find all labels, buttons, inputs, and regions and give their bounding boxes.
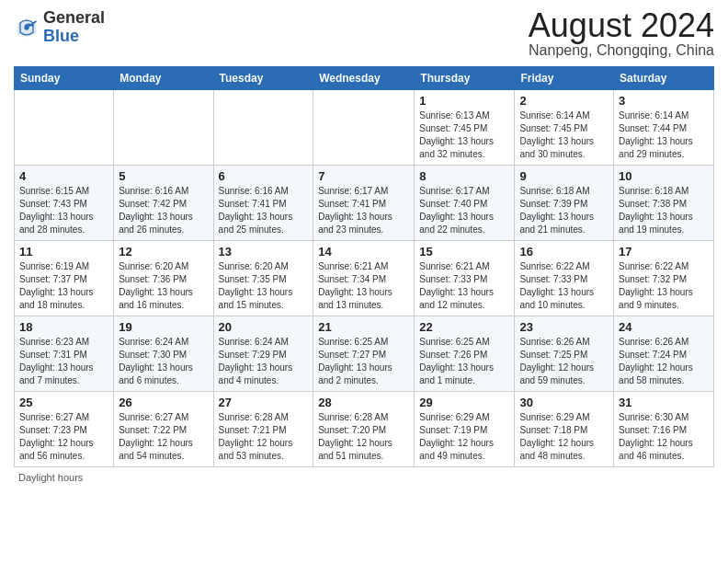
day-info: Sunrise: 6:19 AM Sunset: 7:37 PM Dayligh…	[19, 260, 108, 312]
day-info: Sunrise: 6:28 AM Sunset: 7:20 PM Dayligh…	[318, 411, 409, 463]
calendar-cell: 9Sunrise: 6:18 AM Sunset: 7:39 PM Daylig…	[515, 166, 614, 241]
day-number: 28	[318, 396, 409, 409]
col-friday: Friday	[515, 67, 614, 90]
calendar-cell: 20Sunrise: 6:24 AM Sunset: 7:29 PM Dayli…	[213, 316, 313, 392]
day-number: 20	[219, 320, 309, 334]
col-thursday: Thursday	[415, 67, 515, 90]
calendar-cell: 27Sunrise: 6:28 AM Sunset: 7:21 PM Dayli…	[213, 392, 313, 467]
calendar-cell: 13Sunrise: 6:20 AM Sunset: 7:35 PM Dayli…	[213, 241, 313, 316]
day-info: Sunrise: 6:29 AM Sunset: 7:18 PM Dayligh…	[519, 411, 609, 463]
day-info: Sunrise: 6:18 AM Sunset: 7:38 PM Dayligh…	[619, 185, 709, 236]
day-info: Sunrise: 6:21 AM Sunset: 7:33 PM Dayligh…	[419, 260, 509, 312]
col-sunday: Sunday	[15, 67, 114, 90]
calendar-cell: 18Sunrise: 6:23 AM Sunset: 7:31 PM Dayli…	[15, 316, 114, 392]
calendar-cell: 19Sunrise: 6:24 AM Sunset: 7:30 PM Dayli…	[114, 316, 213, 392]
calendar-cell	[313, 90, 415, 166]
day-number: 1	[419, 94, 509, 108]
logo-general: General	[43, 8, 105, 27]
calendar-cell: 14Sunrise: 6:21 AM Sunset: 7:34 PM Dayli…	[313, 241, 415, 316]
footer: Daylight hours	[14, 472, 714, 483]
day-info: Sunrise: 6:26 AM Sunset: 7:25 PM Dayligh…	[519, 336, 609, 387]
day-number: 25	[19, 396, 108, 409]
calendar-table: Sunday Monday Tuesday Wednesday Thursday…	[14, 66, 714, 467]
day-number: 7	[318, 169, 409, 183]
calendar-cell: 23Sunrise: 6:26 AM Sunset: 7:25 PM Dayli…	[515, 316, 614, 392]
day-number: 23	[519, 320, 609, 334]
day-info: Sunrise: 6:22 AM Sunset: 7:32 PM Dayligh…	[619, 260, 709, 312]
day-number: 17	[619, 245, 709, 259]
day-info: Sunrise: 6:14 AM Sunset: 7:44 PM Dayligh…	[619, 109, 709, 161]
calendar-cell: 12Sunrise: 6:20 AM Sunset: 7:36 PM Dayli…	[114, 241, 213, 316]
day-info: Sunrise: 6:17 AM Sunset: 7:40 PM Dayligh…	[419, 185, 509, 236]
month-title: August 2024	[529, 9, 714, 42]
calendar-cell: 6Sunrise: 6:16 AM Sunset: 7:41 PM Daylig…	[213, 166, 313, 241]
calendar-cell: 2Sunrise: 6:14 AM Sunset: 7:45 PM Daylig…	[515, 90, 614, 166]
calendar-cell: 25Sunrise: 6:27 AM Sunset: 7:23 PM Dayli…	[15, 392, 114, 467]
day-number: 27	[219, 396, 309, 409]
calendar-cell: 24Sunrise: 6:26 AM Sunset: 7:24 PM Dayli…	[614, 316, 714, 392]
logo-text: General Blue	[43, 9, 105, 46]
generalblue-icon	[14, 15, 40, 40]
calendar-cell: 22Sunrise: 6:25 AM Sunset: 7:26 PM Dayli…	[415, 316, 515, 392]
calendar-cell: 21Sunrise: 6:25 AM Sunset: 7:27 PM Dayli…	[313, 316, 415, 392]
day-number: 9	[519, 169, 609, 183]
day-info: Sunrise: 6:18 AM Sunset: 7:39 PM Dayligh…	[519, 185, 609, 236]
day-number: 16	[519, 245, 609, 259]
calendar-cell: 10Sunrise: 6:18 AM Sunset: 7:38 PM Dayli…	[614, 166, 714, 241]
calendar-cell: 3Sunrise: 6:14 AM Sunset: 7:44 PM Daylig…	[614, 90, 714, 166]
day-info: Sunrise: 6:17 AM Sunset: 7:41 PM Dayligh…	[318, 185, 409, 236]
calendar-cell: 4Sunrise: 6:15 AM Sunset: 7:43 PM Daylig…	[15, 166, 114, 241]
header-row: Sunday Monday Tuesday Wednesday Thursday…	[15, 67, 714, 90]
week-row-4: 18Sunrise: 6:23 AM Sunset: 7:31 PM Dayli…	[15, 316, 714, 392]
main-container: General Blue August 2024 Nanpeng, Chongq…	[0, 0, 728, 488]
col-monday: Monday	[114, 67, 213, 90]
day-number: 29	[419, 396, 509, 409]
day-info: Sunrise: 6:22 AM Sunset: 7:33 PM Dayligh…	[519, 260, 609, 312]
week-row-1: 1Sunrise: 6:13 AM Sunset: 7:45 PM Daylig…	[15, 90, 714, 166]
calendar-cell: 15Sunrise: 6:21 AM Sunset: 7:33 PM Dayli…	[415, 241, 515, 316]
day-number: 13	[219, 245, 309, 259]
day-info: Sunrise: 6:16 AM Sunset: 7:42 PM Dayligh…	[119, 185, 208, 236]
day-info: Sunrise: 6:24 AM Sunset: 7:29 PM Dayligh…	[219, 336, 309, 387]
day-number: 5	[119, 169, 208, 183]
calendar-cell	[15, 90, 114, 166]
calendar-cell: 31Sunrise: 6:30 AM Sunset: 7:16 PM Dayli…	[614, 392, 714, 467]
day-info: Sunrise: 6:30 AM Sunset: 7:16 PM Dayligh…	[619, 411, 709, 463]
day-info: Sunrise: 6:27 AM Sunset: 7:23 PM Dayligh…	[19, 411, 108, 463]
day-info: Sunrise: 6:25 AM Sunset: 7:27 PM Dayligh…	[318, 336, 409, 387]
calendar-cell: 29Sunrise: 6:29 AM Sunset: 7:19 PM Dayli…	[415, 392, 515, 467]
day-number: 31	[619, 396, 709, 409]
day-number: 8	[419, 169, 509, 183]
day-number: 24	[619, 320, 709, 334]
calendar-cell	[213, 90, 313, 166]
col-tuesday: Tuesday	[213, 67, 313, 90]
week-row-5: 25Sunrise: 6:27 AM Sunset: 7:23 PM Dayli…	[15, 392, 714, 467]
day-number: 18	[19, 320, 108, 334]
day-number: 12	[119, 245, 208, 259]
day-info: Sunrise: 6:23 AM Sunset: 7:31 PM Dayligh…	[19, 336, 108, 387]
day-info: Sunrise: 6:29 AM Sunset: 7:19 PM Dayligh…	[419, 411, 509, 463]
calendar-cell: 8Sunrise: 6:17 AM Sunset: 7:40 PM Daylig…	[415, 166, 515, 241]
calendar-cell: 16Sunrise: 6:22 AM Sunset: 7:33 PM Dayli…	[515, 241, 614, 316]
calendar-cell: 7Sunrise: 6:17 AM Sunset: 7:41 PM Daylig…	[313, 166, 415, 241]
calendar-cell: 1Sunrise: 6:13 AM Sunset: 7:45 PM Daylig…	[415, 90, 515, 166]
logo-blue: Blue	[43, 27, 79, 45]
day-info: Sunrise: 6:28 AM Sunset: 7:21 PM Dayligh…	[219, 411, 309, 463]
calendar-cell: 30Sunrise: 6:29 AM Sunset: 7:18 PM Dayli…	[515, 392, 614, 467]
day-info: Sunrise: 6:20 AM Sunset: 7:36 PM Dayligh…	[119, 260, 208, 312]
calendar-cell: 26Sunrise: 6:27 AM Sunset: 7:22 PM Dayli…	[114, 392, 213, 467]
day-info: Sunrise: 6:24 AM Sunset: 7:30 PM Dayligh…	[119, 336, 208, 387]
location-subtitle: Nanpeng, Chongqing, China	[529, 42, 714, 59]
logo: General Blue	[14, 9, 105, 46]
week-row-3: 11Sunrise: 6:19 AM Sunset: 7:37 PM Dayli…	[15, 241, 714, 316]
day-number: 22	[419, 320, 509, 334]
day-info: Sunrise: 6:15 AM Sunset: 7:43 PM Dayligh…	[19, 185, 108, 236]
col-wednesday: Wednesday	[313, 67, 415, 90]
day-number: 19	[119, 320, 208, 334]
day-info: Sunrise: 6:16 AM Sunset: 7:41 PM Dayligh…	[219, 185, 309, 236]
day-info: Sunrise: 6:27 AM Sunset: 7:22 PM Dayligh…	[119, 411, 208, 463]
svg-point-1	[24, 25, 28, 29]
calendar-cell: 28Sunrise: 6:28 AM Sunset: 7:20 PM Dayli…	[313, 392, 415, 467]
day-number: 10	[619, 169, 709, 183]
calendar-cell	[114, 90, 213, 166]
